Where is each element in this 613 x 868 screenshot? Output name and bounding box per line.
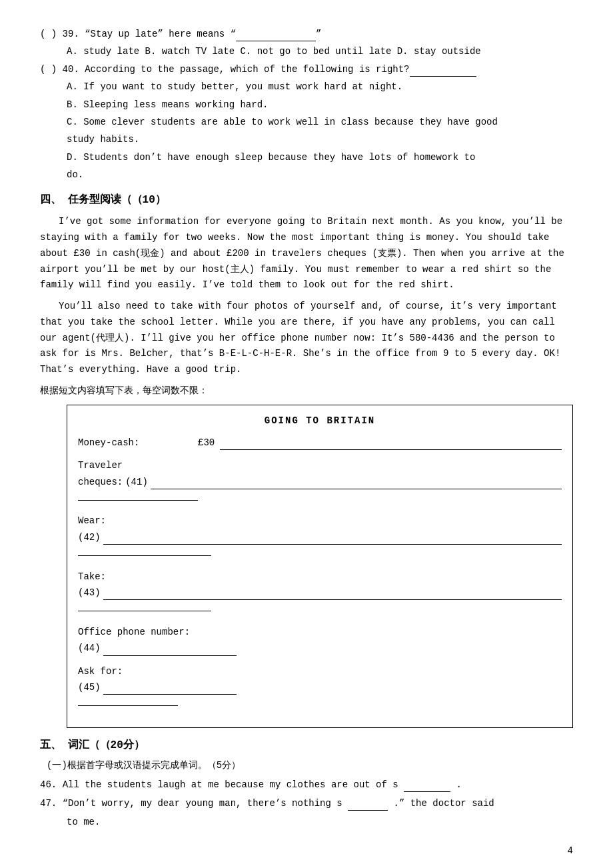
q47-continuation: to me. (67, 817, 100, 827)
q47-text: “Don’t worry, my dear young man, there’s… (63, 798, 342, 809)
q46-suffix: . (456, 779, 462, 790)
cheques-number: (41) (125, 475, 148, 489)
askfor-fill[interactable] (103, 683, 237, 695)
q40-option-b: B. Sleeping less means working hard. (67, 97, 573, 112)
q47-blank[interactable] (348, 810, 388, 811)
askfor-sub-blank[interactable] (78, 705, 178, 706)
q40-option-a: A. If you want to study better, you must… (67, 79, 573, 94)
cheques-sub-label: cheques: (78, 475, 123, 489)
take-fill[interactable] (103, 588, 562, 600)
q40-opt-c-cont: study habits. (67, 134, 139, 145)
question-40: ( ) 40. According to the passage, which … (40, 62, 573, 77)
vocab-q47: 47. “Don’t worry, my dear young man, the… (40, 796, 573, 811)
wear-sub-blank[interactable] (78, 555, 211, 556)
wear-fill[interactable] (103, 533, 562, 545)
table-row-cheques: Traveler cheques: (41) (78, 458, 562, 505)
q39-text: ( ) 39. “Stay up late” here means “ (40, 27, 236, 41)
money-label: Money-cash: (78, 435, 158, 450)
going-to-britain-table: GOING TO BRITAIN Money-cash: £30 Travele… (67, 405, 573, 727)
cheques-sub-blank[interactable] (78, 500, 198, 501)
phone-label: Office phone number: (78, 625, 562, 639)
money-value: £30 (198, 435, 215, 450)
q46-number: 46. (40, 779, 57, 790)
page-number: 4 (40, 843, 573, 858)
q47-suffix: .” the doctor said (394, 798, 494, 809)
cheques-label: Traveler (78, 458, 562, 473)
q39-options: A. study late B. watch TV late C. not go… (67, 44, 573, 59)
askfor-number: (45) (78, 680, 101, 695)
q40-opt-b: B. Sleeping less means working hard. (67, 99, 268, 110)
q46-text: All the students laugh at me because my … (63, 779, 398, 790)
q40-blank[interactable] (410, 62, 476, 77)
q39-option-text: A. study late B. watch TV late C. not go… (67, 46, 481, 57)
wear-label: Wear: (78, 513, 562, 528)
q40-opt-c: C. Some clever students are able to work… (67, 117, 498, 127)
q40-text: ( ) 40. According to the passage, which … (40, 62, 410, 77)
take-number: (43) (78, 585, 101, 600)
q40-option-c-cont: study habits. (67, 132, 573, 147)
vocab-q47-cont: to me. (67, 815, 573, 829)
table-row-askfor: Ask for: (45) (78, 664, 562, 711)
q40-option-d-cont: do. (67, 167, 573, 182)
table-instruction: 根据短文内容填写下表，每空词数不限： (40, 383, 573, 398)
q40-option-c: C. Some clever students are able to work… (67, 115, 573, 129)
take-label: Take: (78, 569, 562, 584)
askfor-label: Ask for: (78, 664, 562, 679)
question-39: ( ) 39. “Stay up late” here means “ ” (40, 27, 573, 41)
q40-opt-d-cont: do. (67, 169, 83, 180)
page-content: ( ) 39. “Stay up late” here means “ ” A.… (40, 27, 573, 858)
table-title: GOING TO BRITAIN (78, 413, 562, 428)
table-row-take: Take: (43) (78, 569, 562, 617)
passage-para2: You’ll also need to take with four photo… (40, 299, 573, 378)
section4-header: 四、 任务型阅读（（10） (40, 192, 573, 209)
vocab-q46: 46. All the students laugh at me because… (40, 777, 573, 792)
cheques-fill[interactable] (151, 477, 562, 489)
passage-para1: I’ve got some information for everyone g… (40, 214, 573, 293)
q40-opt-d: D. Students don’t have enough sleep beca… (67, 152, 475, 163)
table-row-money: Money-cash: £30 (78, 435, 562, 450)
q47-number: 47. (40, 798, 57, 809)
q40-option-d: D. Students don’t have enough sleep beca… (67, 150, 573, 165)
phone-fill[interactable] (103, 644, 237, 656)
money-blank[interactable] (220, 438, 562, 450)
q46-blank[interactable] (404, 791, 450, 792)
take-sub-blank[interactable] (78, 611, 211, 611)
section5-header: 五、 词汇（（20分） (40, 737, 573, 755)
q39-blank[interactable] (236, 27, 316, 41)
vocab-instruction: (一)根据首字母或汉语提示完成单词。（5分） (47, 758, 573, 773)
q39-suffix: ” (316, 27, 321, 41)
wear-number: (42) (78, 530, 101, 545)
table-row-wear: Wear: (42) (78, 513, 562, 561)
table-row-phone: Office phone number: (44) (78, 625, 562, 656)
phone-number: (44) (78, 641, 101, 655)
q40-opt-a: A. If you want to study better, you must… (67, 81, 402, 92)
